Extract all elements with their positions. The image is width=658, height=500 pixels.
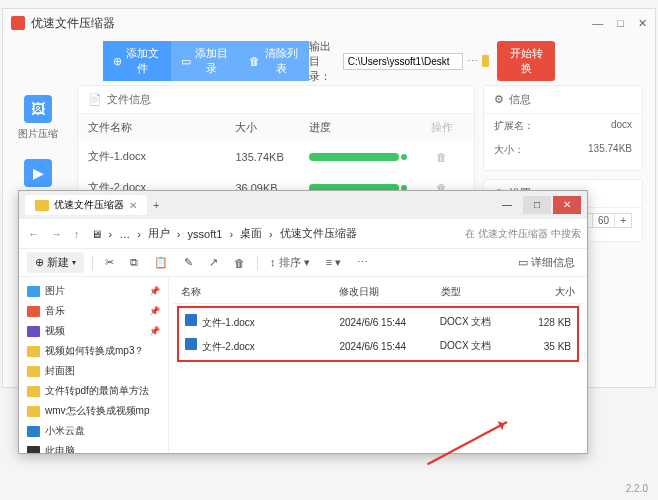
start-convert-button[interactable]: 开始转换 [497,41,555,81]
ex-close-button[interactable]: ✕ [553,196,581,214]
more-icon[interactable]: ⋯ [353,256,372,269]
output-path-input[interactable] [343,53,463,70]
toolbar: ⊕添加文件 ▭添加目录 🗑清除列表 输出目录： ⋯ 开始转换 [95,45,563,77]
folder-icon[interactable] [482,55,490,67]
explorer-sidebar-item[interactable]: 视频如何转换成mp3？ [19,341,168,361]
ex-col-name[interactable]: 名称 [181,285,339,299]
explorer-sidebar-item[interactable]: 封面图 [19,361,168,381]
col-size: 大小 [235,120,309,135]
explorer-sidebar-item[interactable]: 文件转pdf的最简单方法 [19,381,168,401]
plus-icon[interactable]: + [615,214,631,227]
col-action: 操作 [420,120,464,135]
sidebar-image-compress[interactable]: 🖼 图片压缩 [7,95,69,141]
info-panel: ⚙信息 扩展名：docx 大小：135.74KB [483,85,643,171]
ex-maximize-button[interactable]: □ [523,196,551,214]
sort-button[interactable]: ↕ 排序 ▾ [266,255,314,270]
explorer-titlebar: 优速文件压缩器 ✕ + — □ ✕ [19,191,587,219]
ex-col-date[interactable]: 修改日期 [339,285,441,299]
rename-icon[interactable]: ✎ [180,256,197,269]
delete-icon[interactable]: 🗑 [420,151,464,163]
explorer-file-row[interactable]: 文件-1.docx 2024/6/6 15:44 DOCX 文档 128 KB [179,310,577,334]
ex-col-size[interactable]: 大小 [520,285,575,299]
close-button[interactable]: ✕ [638,17,647,30]
explorer-window: 优速文件压缩器 ✕ + — □ ✕ ← → ↑ 🖥›…› 用户› yssoft1… [18,190,588,454]
back-button[interactable]: ← [25,228,42,240]
explorer-sidebar-item[interactable]: 图片📌 [19,281,168,301]
explorer-sidebar-item[interactable]: wmv怎么转换成视频mp [19,401,168,421]
search-input[interactable]: 在 优速文件压缩器 中搜索 [465,227,581,241]
titlebar: 优速文件压缩器 — □ ✕ [3,9,655,37]
share-icon[interactable]: ↗ [205,256,222,269]
trash-icon[interactable]: 🗑 [230,257,249,269]
add-file-button[interactable]: ⊕添加文件 [103,41,171,81]
minimize-button[interactable]: — [592,17,603,30]
explorer-sidebar-item[interactable]: 此电脑 [19,441,168,453]
annotation-arrow [427,421,507,465]
version-label: 2.2.0 [626,483,648,494]
file-row[interactable]: 文件-1.docx 135.74KB 🗑 [78,141,474,172]
up-button[interactable]: ↑ [71,228,83,240]
view-icon[interactable]: ≡ ▾ [322,256,345,269]
add-dir-button[interactable]: ▭添加目录 [171,41,240,81]
cut-icon[interactable]: ✂ [101,256,118,269]
col-name: 文件名称 [88,120,235,135]
video-icon: ▶ [24,159,52,187]
tab-close-icon[interactable]: ✕ [129,200,137,211]
more-icon[interactable]: ⋯ [467,55,478,68]
col-progress: 进度 [309,120,420,135]
new-button[interactable]: ⊕新建▾ [27,252,84,273]
explorer-sidebar-item[interactable]: 小米云盘 [19,421,168,441]
new-tab-button[interactable]: + [153,199,159,211]
ex-col-type[interactable]: 类型 [441,285,520,299]
explorer-sidebar: 图片📌音乐📌视频📌视频如何转换成mp3？封面图文件转pdf的最简单方法wmv怎么… [19,277,169,453]
folder-icon [35,200,49,211]
clear-list-button[interactable]: 🗑清除列表 [239,41,308,81]
explorer-sidebar-item[interactable]: 视频📌 [19,321,168,341]
copy-icon[interactable]: ⧉ [126,256,142,269]
explorer-tab[interactable]: 优速文件压缩器 ✕ [25,195,147,215]
maximize-button[interactable]: □ [617,17,624,30]
app-logo-icon [11,16,25,30]
breadcrumb[interactable]: 🖥›…› 用户› yssoft1› 桌面› 优速文件压缩器 [89,226,460,241]
explorer-file-row[interactable]: 文件-2.docx 2024/6/6 15:44 DOCX 文档 35 KB [179,334,577,358]
output-label: 输出目录： [309,39,339,84]
docx-icon [185,314,197,326]
app-title: 优速文件压缩器 [31,15,592,32]
highlight-box: 文件-1.docx 2024/6/6 15:44 DOCX 文档 128 KB … [177,306,579,362]
ex-minimize-button[interactable]: — [493,196,521,214]
explorer-sidebar-item[interactable]: 音乐📌 [19,301,168,321]
forward-button[interactable]: → [48,228,65,240]
docx-icon [185,338,197,350]
image-icon: 🖼 [24,95,52,123]
details-button[interactable]: ▭ 详细信息 [514,255,579,270]
paste-icon[interactable]: 📋 [150,256,172,269]
